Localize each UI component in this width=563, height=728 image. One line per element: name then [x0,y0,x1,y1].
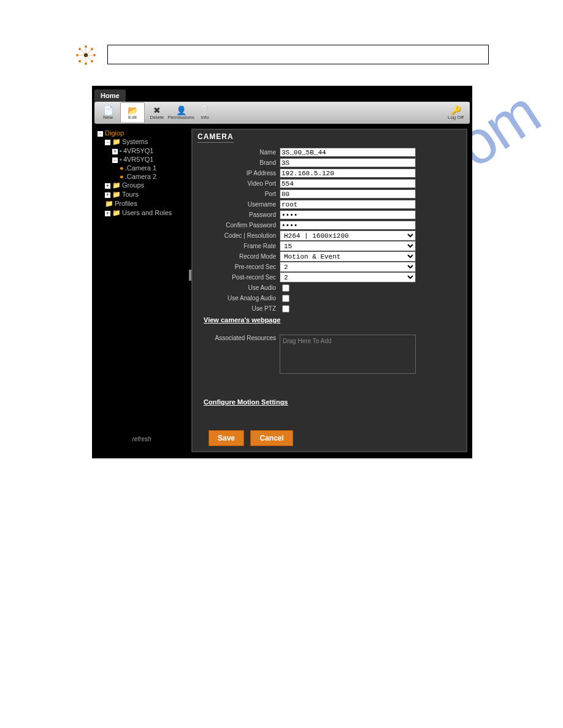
permissions-button[interactable]: 👤Permissions [169,103,193,123]
brand-label: Brand [199,159,280,166]
prerecord-select[interactable]: 2 [280,262,416,272]
collapse-icon[interactable]: - [112,157,118,163]
configure-motion-link[interactable]: Configure Motion Settings [199,398,460,406]
useaudio-label: Use Audio [199,284,280,291]
system-icon: ▪ [120,156,122,163]
nav-tree: -Digiop -📁Systems +▪4VR5YQ1 -▪4VR5YQ1 ●.… [96,129,188,218]
delete-button[interactable]: ✖Delete [145,103,169,123]
logoff-button[interactable]: 🔑Log Off [444,103,467,123]
app-window: Home 📄New 📂Edit ✖Delete 👤Permissions ❔In… [92,86,472,458]
framerate-select[interactable]: 15 [280,241,416,251]
password-input[interactable] [280,210,416,219]
edit-button[interactable]: 📂Edit [120,102,145,123]
tree-groups[interactable]: +📁Groups [98,181,188,190]
expand-icon[interactable]: + [105,192,110,198]
view-webpage-link[interactable]: View camera's webpage [199,316,280,324]
expand-icon[interactable]: + [112,149,118,154]
tree-camera2[interactable]: ●.Camera 2 [98,172,188,181]
framerate-label: Frame Rate [199,243,280,249]
postrecord-label: Post-record Sec [199,274,280,281]
recordmode-label: Record Mode [199,253,280,260]
postrecord-select[interactable]: 2 [280,272,416,282]
useptz-checkbox[interactable] [282,305,289,313]
folder-icon: 📁 [112,138,121,145]
tab-home[interactable]: Home [94,89,126,102]
logoff-icon: 🔑 [451,106,461,115]
system-icon: ▪ [120,147,122,154]
expand-icon[interactable]: + [105,211,110,216]
port-label: Port [199,191,280,197]
useptz-label: Use PTZ [199,305,280,312]
resources-dropzone[interactable]: Drag Here To Add [280,335,416,374]
info-icon: ❔ [200,106,210,115]
useaudio-checkbox[interactable] [282,284,289,292]
cancel-button[interactable]: Cancel [250,430,293,446]
expand-icon[interactable]: + [105,183,110,189]
tree-users[interactable]: +📁Users and Roles [98,208,188,218]
tree-systems[interactable]: -📁Systems [98,137,188,146]
folder-icon: 📁 [105,200,113,207]
refresh-link[interactable]: refresh [96,436,188,442]
tree-sys1[interactable]: +▪4VR5YQ1 [98,146,188,155]
confirm-password-label: Confirm Password [199,222,280,229]
videoport-label: Video Port [199,180,280,187]
username-input[interactable] [280,200,416,209]
codec-select[interactable]: H264 | 1600x1200 [280,230,416,241]
name-input[interactable] [280,148,416,157]
panel-title: CAMERA [197,132,234,143]
camera-form: Name Brand IP Address Video Port Port Us… [199,147,460,446]
tree-sys2[interactable]: -▪4VR5YQ1 [98,155,188,164]
collapse-icon[interactable]: - [105,140,110,145]
confirm-password-input[interactable] [280,221,416,230]
port-input[interactable] [280,189,416,199]
folder-icon: 📁 [112,181,121,189]
folder-icon: 📁 [112,209,121,216]
ip-label: IP Address [199,170,280,176]
tree-tours[interactable]: +📁Tours [98,190,188,199]
sidebar: -Digiop -📁Systems +▪4VR5YQ1 -▪4VR5YQ1 ●.… [96,129,188,455]
username-label: Username [199,201,280,208]
new-icon: 📄 [103,106,113,115]
tree-profiles[interactable]: 📁Profiles [98,199,188,208]
tree-root[interactable]: -Digiop [98,129,188,137]
content-panel: CAMERA Name Brand IP Address Video Port … [191,129,467,452]
camera-icon: ● [120,164,124,172]
save-button[interactable]: Save [209,430,244,446]
brand-input[interactable] [280,158,416,167]
resources-label: Associated Resources [199,335,280,374]
new-button[interactable]: 📄New [96,103,120,123]
password-label: Password [199,211,280,218]
recordmode-select[interactable]: Motion & Event [280,251,416,262]
folder-icon: 📁 [112,191,121,198]
tree-camera1[interactable]: ●.Camera 1 [98,164,188,172]
analogaudio-checkbox[interactable] [282,295,289,302]
ip-input[interactable] [280,169,416,178]
codec-label: Codec | Resolution [199,232,280,239]
collapse-icon[interactable]: - [98,131,103,137]
prerecord-label: Pre-record Sec [199,264,280,270]
delete-icon: ✖ [153,106,161,115]
permissions-icon: 👤 [176,106,186,115]
name-label: Name [199,149,280,156]
info-button[interactable]: ❔Info [193,103,216,123]
header-box [107,45,489,64]
edit-icon: 📂 [128,106,138,115]
analogaudio-label: Use Analog Audio [199,295,280,301]
toolbar: 📄New 📂Edit ✖Delete 👤Permissions ❔Info 🔑L… [94,102,470,124]
videoport-input[interactable] [280,179,416,188]
brand-logo [74,43,98,67]
camera-icon: ● [120,173,124,180]
